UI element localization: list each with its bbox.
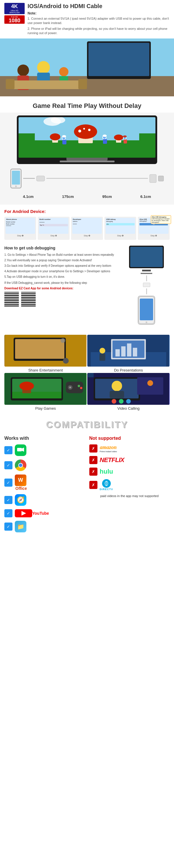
netflix-logo: NETFLIX bbox=[100, 456, 124, 464]
hdmi-plug bbox=[158, 176, 164, 181]
svg-point-46 bbox=[146, 321, 147, 323]
how-to-step-4: 4.Activate developer mode in your smartp… bbox=[4, 269, 119, 273]
svg-point-40 bbox=[15, 185, 17, 187]
video-calling-image bbox=[87, 373, 170, 405]
svg-point-25 bbox=[114, 134, 123, 140]
works-with-column: Works with ✓ ✓ bbox=[4, 436, 85, 536]
compat-columns: Works with ✓ ✓ bbox=[4, 436, 170, 536]
family-image-inner bbox=[0, 38, 174, 96]
hulu-icon: hulu bbox=[100, 468, 113, 475]
tv-phone-diagram bbox=[123, 246, 170, 324]
svg-rect-27 bbox=[63, 140, 67, 144]
resolution-label: 3840X2160 bbox=[5, 11, 24, 13]
game-section-title: Game Real Time Play Without Delay bbox=[0, 96, 174, 113]
svg-rect-57 bbox=[121, 346, 126, 356]
hdmi-adapter bbox=[149, 174, 157, 183]
svg-point-20 bbox=[88, 129, 91, 131]
svg-rect-31 bbox=[103, 139, 107, 144]
compat-item-safari: ✓ 🧭 bbox=[4, 494, 85, 506]
compat-item-files: ✓ 📁 bbox=[4, 521, 85, 532]
badge-4k: 4K Ultra HD 3840X2160 bbox=[4, 3, 25, 14]
presentation-image bbox=[87, 335, 170, 367]
step-4-screen: USB debug debugging ON bbox=[105, 218, 135, 234]
not-supported-column: Not supported ✗ amazon Prime instant vid… bbox=[89, 436, 170, 536]
entertainment-label: Share Entertainment bbox=[28, 368, 63, 372]
qr-code-2 bbox=[21, 292, 36, 306]
dim-41cm: 4.1cm bbox=[23, 194, 34, 199]
ultra-hd-label: Ultra HD bbox=[5, 9, 24, 11]
svg-point-4 bbox=[18, 64, 29, 76]
facetime-svg bbox=[17, 447, 24, 454]
usb-instructions: How to get usb debugging 1. Go to Settin… bbox=[4, 243, 170, 328]
directv-icon bbox=[102, 479, 111, 488]
svg-rect-11 bbox=[6, 79, 15, 89]
dim-95cm: 95cm bbox=[102, 194, 112, 199]
svg-point-67 bbox=[20, 382, 34, 390]
entertainment-image bbox=[4, 335, 87, 367]
svg-rect-10 bbox=[6, 81, 87, 89]
use-case-games: Play Games bbox=[4, 373, 87, 410]
compat-item-youtube: ✓ YouTube bbox=[4, 509, 85, 517]
download-link: Download EZ Cast App for some Andriod de… bbox=[4, 286, 119, 290]
svg-point-82 bbox=[119, 399, 124, 404]
office-logo-container: W Office bbox=[15, 474, 27, 491]
svg-point-72 bbox=[80, 387, 82, 389]
svg-rect-3 bbox=[89, 43, 149, 76]
check-safari: ✓ bbox=[4, 496, 13, 504]
svg-point-76 bbox=[111, 381, 122, 391]
svg-rect-58 bbox=[127, 343, 131, 356]
facetime-logo bbox=[15, 444, 26, 456]
compat-item-netflix: ✗ NETFLIX bbox=[89, 456, 170, 464]
step-5-label: Step ❺ bbox=[150, 235, 157, 237]
compat-item-hulu: ✗ hulu bbox=[89, 468, 170, 476]
amazon-sub: Prime instant video bbox=[100, 451, 117, 453]
step-5: Allow USB debugging? OK After USB debugg… bbox=[138, 217, 170, 240]
safari-icon: 🧭 bbox=[15, 494, 26, 506]
phone-horizontal bbox=[138, 296, 155, 324]
usb-text: How to get usb debugging 1. Go to Settin… bbox=[4, 246, 119, 324]
check-chrome: ✓ bbox=[4, 461, 13, 469]
compat-item-chrome: ✓ bbox=[4, 460, 85, 471]
family-scene-svg bbox=[0, 38, 174, 96]
presentations-label: Do Presentations bbox=[114, 368, 143, 372]
compat-item-amazon: ✗ amazon Prime instant video bbox=[89, 444, 170, 453]
video-calling-label: Video Calling bbox=[118, 406, 140, 410]
cable-vertical-2 bbox=[146, 288, 147, 294]
usb-debug-bubble: After USB debugging USB Debugging is int… bbox=[151, 215, 171, 224]
step-2-screen: Build number •••••••••• Tap 7x bbox=[39, 218, 69, 234]
check-office: ✓ bbox=[4, 478, 13, 487]
step-3: Developer options •••••••• Step ❸ bbox=[71, 217, 103, 240]
svg-rect-84 bbox=[17, 448, 22, 452]
use-cases-grid: Share Entertainment bbox=[0, 332, 174, 413]
step-3-screen: Developer options •••••••• bbox=[72, 218, 102, 234]
compat-item-directv: ✗ DIRECTV bbox=[89, 479, 170, 491]
page-title: IOS/Android to HDMI Cable bbox=[28, 3, 170, 9]
works-with-heading: Works with bbox=[4, 436, 85, 441]
svg-rect-41 bbox=[36, 176, 45, 181]
svg-rect-65 bbox=[12, 392, 61, 398]
svg-point-21 bbox=[83, 128, 85, 130]
mini-tv bbox=[129, 246, 164, 268]
use-case-presentations: Do Presentations bbox=[87, 335, 170, 372]
svg-point-81 bbox=[111, 399, 116, 404]
tv-base bbox=[60, 161, 115, 162]
step-3-content: Developer options •••••••• bbox=[72, 218, 102, 226]
cross-amazon: ✗ bbox=[89, 444, 97, 453]
step-2: Build number •••••••••• Tap 7x Step ❷ bbox=[38, 217, 70, 240]
header-text: IOS/Android to HDMI Cable Note: 1. Conne… bbox=[28, 3, 170, 36]
chrome-logo bbox=[15, 460, 26, 471]
svg-point-18 bbox=[74, 124, 97, 139]
tv-stand bbox=[67, 158, 107, 161]
step-4: USB debug debugging ON Step ❹ bbox=[104, 217, 136, 240]
step-1: About phone Model number Build number ••… bbox=[4, 217, 36, 240]
youtube-svg bbox=[15, 509, 32, 517]
hulu-logo: hulu bbox=[100, 468, 113, 475]
header-section: 4K Ultra HD 3840X2160 Full HD 1080 IOS/A… bbox=[0, 0, 174, 38]
youtube-icon bbox=[15, 509, 32, 517]
cable-diagram bbox=[4, 164, 170, 193]
step-4-content: USB debug debugging ON bbox=[105, 218, 135, 226]
svg-rect-29 bbox=[62, 135, 66, 137]
badge-1080: Full HD 1080 bbox=[4, 16, 25, 24]
cross-hulu: ✗ bbox=[89, 468, 97, 476]
mini-tv-base bbox=[141, 273, 152, 274]
